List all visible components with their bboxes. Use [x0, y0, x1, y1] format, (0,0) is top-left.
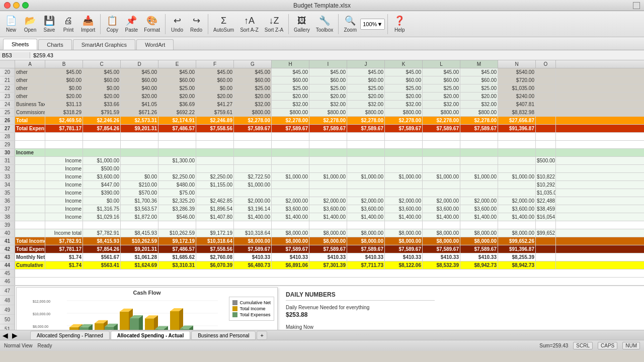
cell[interactable]: $9,172.19	[196, 229, 234, 237]
cell[interactable]: Income	[45, 205, 83, 213]
cell[interactable]: $1,000.00	[385, 173, 423, 180]
cell[interactable]: $1,700.36	[121, 197, 158, 205]
cell[interactable]	[536, 68, 556, 76]
table-row[interactable]: 44Cumulative Net$1.74$563.41$1,624.69$3,…	[0, 261, 644, 269]
cell[interactable]: $7,782.91	[45, 237, 83, 245]
cell[interactable]: $2,246.26	[83, 117, 121, 124]
cell[interactable]: $3,310.31	[158, 261, 196, 269]
cell[interactable]: $8,000.00	[385, 229, 423, 237]
cell[interactable]	[196, 157, 234, 164]
cell[interactable]: $720.00	[498, 76, 536, 84]
help-button[interactable]: ❓ Help	[390, 12, 409, 36]
cell[interactable]: $546.00	[158, 213, 196, 221]
cell[interactable]	[347, 221, 385, 229]
cell[interactable]: $7,589.67	[234, 245, 272, 253]
cell[interactable]: $91,396.87	[498, 125, 536, 132]
cell[interactable]: $1,035.00	[536, 189, 556, 197]
cell[interactable]: $1,400.00	[460, 213, 498, 221]
cell[interactable]: $2,722.50	[234, 173, 272, 180]
cell[interactable]: $1,400.00	[385, 213, 423, 221]
print-button[interactable]: 🖨 Print	[59, 12, 77, 36]
cell[interactable]	[536, 149, 556, 156]
cell[interactable]: $20.00	[45, 93, 83, 100]
cell[interactable]: $480.00	[158, 181, 196, 189]
cell[interactable]: $38,459.39	[536, 205, 556, 213]
cell[interactable]: $7,589.67	[385, 125, 423, 132]
cell[interactable]	[498, 157, 536, 164]
cell[interactable]: $1,400.00	[309, 213, 347, 221]
cell[interactable]: $7,781.17	[45, 245, 83, 253]
cell[interactable]: $1.74	[45, 253, 83, 261]
cell[interactable]: $410.33	[460, 253, 498, 261]
cell[interactable]: $8,255.39	[498, 253, 536, 261]
cell[interactable]: $7,486.57	[158, 245, 196, 253]
add-sheet-button[interactable]: +	[257, 331, 267, 340]
cell[interactable]	[347, 181, 385, 189]
cell[interactable]: $2,469.50	[45, 117, 83, 124]
cell[interactable]: $16,054.96	[536, 213, 556, 221]
cell[interactable]	[309, 149, 347, 156]
cell[interactable]	[234, 157, 272, 164]
tab-smartart[interactable]: SmartArt Graphics	[73, 39, 135, 50]
cell[interactable]: $60.00	[272, 76, 309, 84]
cell[interactable]: $3,600.00	[272, 205, 309, 213]
table-row[interactable]: 21other$60.00$60.00$60.00$60.00$60.00$60…	[0, 76, 644, 84]
cell[interactable]	[234, 133, 272, 140]
cell[interactable]	[45, 141, 83, 148]
cell[interactable]	[347, 157, 385, 164]
cell[interactable]: $1,029.16	[83, 213, 121, 221]
cell[interactable]: $447.00	[83, 181, 121, 189]
cell[interactable]: $25.00	[234, 84, 272, 92]
table-row[interactable]: 41Total Income$7,782.91$8,415.93$10,262.…	[0, 237, 644, 245]
cell[interactable]	[121, 133, 158, 140]
cell[interactable]: $3,600.00	[83, 173, 121, 180]
cell[interactable]: $20.00	[385, 93, 423, 100]
cell[interactable]	[234, 221, 272, 229]
cell[interactable]: Income	[45, 157, 83, 164]
cell[interactable]: $7,589.67	[309, 245, 347, 253]
cell[interactable]: $60.00	[45, 76, 83, 84]
cell[interactable]	[460, 133, 498, 140]
cell[interactable]	[536, 253, 556, 261]
cell[interactable]: $9,172.19	[158, 237, 196, 245]
cell[interactable]	[196, 149, 234, 156]
cell[interactable]: $45.00	[460, 68, 498, 76]
cell[interactable]	[15, 181, 45, 189]
cell[interactable]: $8,532.39	[423, 261, 460, 269]
cell[interactable]	[423, 157, 460, 164]
cell[interactable]: $800.00	[234, 109, 272, 116]
cell[interactable]: $500.00	[83, 165, 121, 172]
cell[interactable]: $7,558.56	[196, 245, 234, 253]
cell[interactable]: $2,278.00	[385, 117, 423, 124]
cell[interactable]: $45.00	[45, 68, 83, 76]
cell[interactable]: $3,600.00	[498, 205, 536, 213]
cell[interactable]	[385, 149, 423, 156]
cell[interactable]	[272, 165, 309, 172]
table-row[interactable]: 36Income$0.00$1,700.36$2,325.20$2,462.85…	[0, 197, 644, 205]
table-row[interactable]: 20other$45.00$45.00$45.00$45.00$45.00$45…	[0, 68, 644, 76]
cell[interactable]: $1,000.00	[347, 173, 385, 180]
cell[interactable]: Commissions	[15, 109, 45, 116]
table-row[interactable]: 28	[0, 133, 644, 141]
cell[interactable]	[536, 245, 556, 253]
cell[interactable]	[234, 165, 272, 172]
cell[interactable]: $45.00	[196, 68, 234, 76]
cell[interactable]: $0.00	[196, 84, 234, 92]
cell[interactable]: $2,278.00	[423, 117, 460, 124]
table-row[interactable]: 42Total Expenses$7,781.17$7,854.26$9,201…	[0, 245, 644, 253]
cell[interactable]: $25.00	[347, 84, 385, 92]
cell[interactable]	[498, 221, 536, 229]
tab-wordart[interactable]: WordArt	[136, 39, 174, 50]
cell[interactable]: $45.00	[423, 68, 460, 76]
sheet-tab-actual[interactable]: Allocated Spending - Actual	[111, 331, 190, 340]
cell[interactable]: $7,781.17	[45, 125, 83, 132]
cell[interactable]: $20.00	[460, 93, 498, 100]
cell[interactable]	[423, 189, 460, 197]
maximize-button[interactable]	[22, 2, 29, 9]
tab-charts[interactable]: Charts	[38, 39, 71, 50]
cell[interactable]: $10,262.59	[158, 229, 196, 237]
cell[interactable]	[536, 101, 556, 108]
cell[interactable]	[347, 189, 385, 197]
cell[interactable]: $2,000.00	[460, 197, 498, 205]
cell[interactable]: $10,318.64	[196, 237, 234, 245]
